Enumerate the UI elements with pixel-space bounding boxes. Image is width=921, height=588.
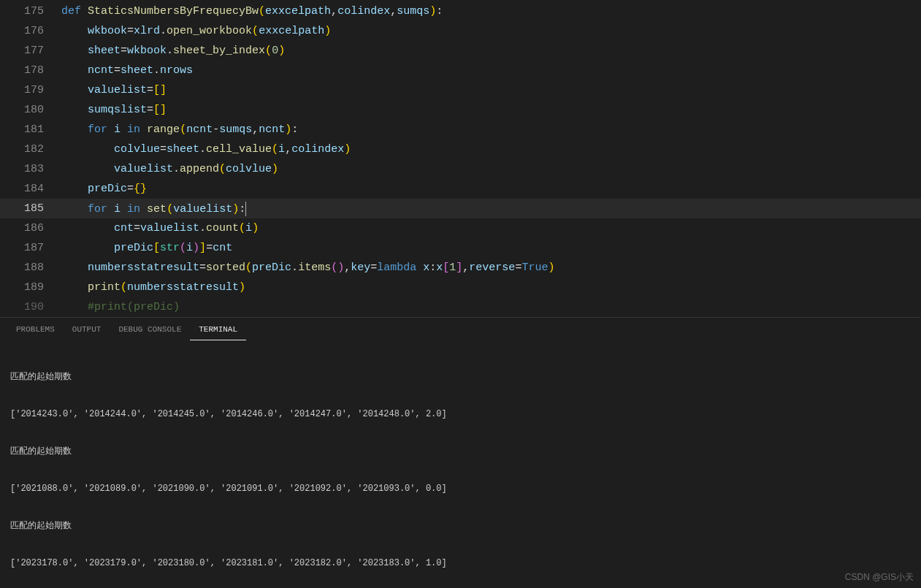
code-content: valuelist=[]	[61, 84, 167, 96]
tab-terminal[interactable]: TERMINAL	[190, 322, 246, 340]
code-content: for i in range(ncnt-sumqs,ncnt):	[61, 123, 298, 136]
code-line[interactable]: 188 numbersstatresult=sorted(preDic.item…	[0, 258, 921, 278]
code-line[interactable]: 180 sumqslist=[]	[0, 100, 921, 120]
terminal-line: ['2023178.0', '2023179.0', '2023180.0', …	[10, 557, 911, 570]
code-line[interactable]: 187 preDic[str(i)]=cnt	[0, 238, 921, 258]
code-line[interactable]: 177 sheet=wkbook.sheet_by_index(0)	[0, 41, 921, 61]
line-number: 186	[0, 222, 61, 234]
line-number: 178	[0, 64, 61, 77]
line-number: 180	[0, 104, 61, 116]
tab-problems[interactable]: PROBLEMS	[7, 322, 64, 340]
code-content: wkbook=xlrd.open_workbook(exxcelpath)	[61, 25, 331, 37]
code-content: cnt=valuelist.count(i)	[61, 222, 259, 234]
code-content: for i in set(valuelist):	[61, 202, 246, 216]
tab-debug-console[interactable]: DEBUG CONSOLE	[110, 322, 190, 340]
code-content: ncnt=sheet.nrows	[61, 64, 193, 77]
line-number: 179	[0, 84, 61, 96]
line-number: 190	[0, 301, 61, 313]
code-content: preDic[str(i)]=cnt	[61, 242, 232, 254]
bottom-panel: PROBLEMS OUTPUT DEBUG CONSOLE TERMINAL 匹…	[0, 317, 921, 588]
line-number: 183	[0, 163, 61, 175]
code-content: sumqslist=[]	[61, 104, 167, 116]
tab-output[interactable]: OUTPUT	[64, 322, 110, 340]
code-content: preDic={}	[61, 183, 147, 195]
code-line[interactable]: 175 def StaticsNumbersByFrequecyBw(exxce…	[0, 1, 921, 21]
code-editor[interactable]: 175 def StaticsNumbersByFrequecyBw(exxce…	[0, 0, 921, 317]
watermark: CSDN @GIS小天	[845, 571, 914, 584]
line-number: 184	[0, 183, 61, 195]
terminal-line: ['2014243.0', '2014244.0', '2014245.0', …	[10, 408, 911, 421]
code-line[interactable]: 181 for i in range(ncnt-sumqs,ncnt):	[0, 120, 921, 140]
line-number: 188	[0, 261, 61, 274]
line-number: 187	[0, 242, 61, 254]
code-content: sheet=wkbook.sheet_by_index(0)	[61, 45, 285, 57]
terminal-line: 匹配的起始期数	[10, 371, 911, 383]
cursor-icon	[245, 202, 246, 216]
code-content: print(numbersstatresult)	[61, 281, 245, 294]
line-number: 177	[0, 45, 61, 57]
code-line[interactable]: 179 valuelist=[]	[0, 80, 921, 100]
line-number: 182	[0, 143, 61, 156]
code-content: colvlue=sheet.cell_value(i,colindex)	[61, 143, 351, 156]
terminal-line: 匹配的起始期数	[10, 520, 911, 532]
line-number: 189	[0, 281, 61, 294]
line-number: 176	[0, 25, 61, 37]
code-line[interactable]: 189 print(numbersstatresult)	[0, 278, 921, 297]
terminal-output[interactable]: 匹配的起始期数 ['2014243.0', '2014244.0', '2014…	[0, 340, 921, 588]
code-line[interactable]: 182 colvlue=sheet.cell_value(i,colindex)	[0, 140, 921, 159]
terminal-line: ['2021088.0', '2021089.0', '2021090.0', …	[10, 483, 911, 495]
code-line[interactable]: 190 #print(preDic)	[0, 297, 921, 317]
line-number: 175	[0, 5, 61, 18]
code-content: valuelist.append(colvlue)	[61, 163, 278, 175]
code-content: numbersstatresult=sorted(preDic.items(),…	[61, 261, 554, 274]
line-number: 181	[0, 123, 61, 136]
code-content: def StaticsNumbersByFrequecyBw(exxcelpat…	[61, 5, 443, 18]
code-line[interactable]: 184 preDic={}	[0, 179, 921, 199]
terminal-line: 匹配的起始期数	[10, 446, 911, 458]
code-line[interactable]: 183 valuelist.append(colvlue)	[0, 159, 921, 179]
line-number: 185	[0, 202, 61, 215]
code-line-active[interactable]: 185 for i in set(valuelist):	[0, 199, 921, 218]
code-content: #print(preDic)	[61, 301, 180, 313]
code-line[interactable]: 186 cnt=valuelist.count(i)	[0, 218, 921, 238]
code-line[interactable]: 176 wkbook=xlrd.open_workbook(exxcelpath…	[0, 21, 921, 41]
code-line[interactable]: 178 ncnt=sheet.nrows	[0, 61, 921, 80]
panel-tabs: PROBLEMS OUTPUT DEBUG CONSOLE TERMINAL	[0, 318, 921, 340]
